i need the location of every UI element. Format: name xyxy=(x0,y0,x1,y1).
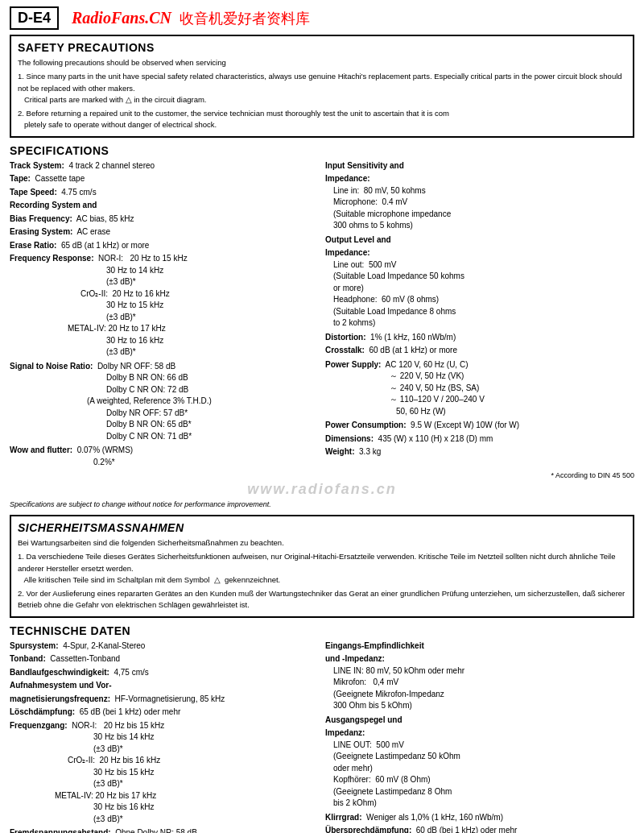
tech-speed: Bandlaufgeschwindigkeit: 4,75 cm/s xyxy=(10,667,316,679)
safety-item-2-en: 2. Before returning a repaired unit to t… xyxy=(18,108,626,131)
safety-item-1-en: 1. Since many parts in the unit have spe… xyxy=(18,71,626,106)
spec-speed: Tape Speed: 4.75 cm/s xyxy=(10,187,316,199)
spec-input-label: Input Sensitivity and xyxy=(325,160,634,172)
tech-frequenz: Frequenzgang: NOR-I: 20 Hz bis 15 kHz 30… xyxy=(10,720,316,826)
tech-klirr: Klirrgrad: Weniger als 1,0% (1 kHz, 160 … xyxy=(325,812,634,824)
page-header: D-E4 RadioFans.CN 收音机爱好者资料库 xyxy=(10,6,634,30)
watermark: www.radiofans.cn xyxy=(10,481,634,498)
technische-columns: Spursystem: 4-Spur, 2-Kanal-Stereo Tonba… xyxy=(10,640,634,834)
specs-footnote: * According to DIN 45 500 xyxy=(10,471,634,479)
safety-intro-de: Bei Wartungsarbeiten sind die folgenden … xyxy=(18,537,626,549)
tech-tonband: Tonband: Cassetten-Tonband xyxy=(10,653,316,665)
tech-spur: Spursystem: 4-Spur, 2-Kanal-Stereo xyxy=(10,640,316,653)
tech-ueberspr: Übersprechdämpfung: 60 dB (bei 1 kHz) od… xyxy=(325,825,634,833)
spec-dimensions: Dimensions: 435 (W) x 110 (H) x 218 (D) … xyxy=(325,433,634,446)
spec-track: Track System: 4 track 2 channel stereo xyxy=(10,160,316,172)
specs-note: Specifications are subject to change wit… xyxy=(10,500,634,508)
spec-bias: Bias Frequency: AC bias, 85 kHz xyxy=(10,213,316,226)
safety-intro-en: The following precautions should be obse… xyxy=(18,57,626,68)
tech-eingangs-impedanz: und -Impedanz: LINE IN: 80 mV, 50 kOhm o… xyxy=(325,653,634,712)
tech-loeschdaempf: Löschdämpfung: 65 dB (bei 1 kHz) oder me… xyxy=(10,707,316,719)
tech-ausgangs-label: Ausgangspegel und xyxy=(325,715,634,727)
spec-output-label: Output Level and xyxy=(325,234,634,247)
spec-distortion: Distortion: 1% (1 kHz, 160 nWb/m) xyxy=(325,332,634,344)
spec-wow-flutter: Wow and flutter: 0.07% (WRMS) 0.2%* xyxy=(10,445,316,468)
spec-input-impedance: Impedance: Line in: 80 mV, 50 kohms Micr… xyxy=(325,173,634,232)
technische-right-col: Eingangs-Empfindlichkeit und -Impedanz: … xyxy=(322,640,634,834)
technische-left-col: Spursystem: 4-Spur, 2-Kanal-Stereo Tonba… xyxy=(10,640,322,834)
spec-erasing: Erasing System: AC erase xyxy=(10,226,316,238)
tech-aufnahme-label: Aufnahmesystem und Vor- xyxy=(10,680,316,692)
specs-right-col: Input Sensitivity and Impedance: Line in… xyxy=(322,160,634,470)
spec-snr: Signal to Noise Ratio: Dolby NR OFF: 58 … xyxy=(10,361,316,443)
specs-columns: Track System: 4 track 2 channel stereo T… xyxy=(10,160,634,470)
safety-content-de: Bei Wartungsarbeiten sind die folgenden … xyxy=(18,537,626,611)
safety-title-de: SICHERHEITSMASSNAHMEN xyxy=(18,521,626,534)
spec-weight: Weight: 3.3 kg xyxy=(325,446,634,458)
spec-erase-ratio: Erase Ratio: 65 dB (at 1 kHz) or more xyxy=(10,240,316,252)
safety-precautions-en: SAFETY PRECAUTIONS The following precaut… xyxy=(10,35,634,138)
safety-item-2-de: 2. Vor der Auslieferung eines repararten… xyxy=(18,588,626,611)
safety-precautions-de: SICHERHEITSMASSNAHMEN Bei Wartungsarbeit… xyxy=(10,515,634,618)
tech-ausgangs-impedanz: Impedanz: LINE OUT: 500 mV (Geeignete La… xyxy=(325,727,634,810)
specs-left-col: Track System: 4 track 2 channel stereo T… xyxy=(10,160,322,470)
spec-tape: Tape: Cassette tape xyxy=(10,173,316,185)
specifications-section: SPECIFICATIONS Track System: 4 track 2 c… xyxy=(10,144,634,509)
safety-content-en: The following precautions should be obse… xyxy=(18,57,626,131)
technische-daten-section: TECHNISCHE DATEN Spursystem: 4-Spur, 2-K… xyxy=(10,624,634,834)
chinese-subtitle: 收音机爱好者资料库 xyxy=(180,9,310,28)
safety-item-1-de: 1. Da verschiedene Teile dieses Gerätes … xyxy=(18,551,626,586)
spec-power-consumption: Power Consumption: 9.5 W (Except W) 10W … xyxy=(325,420,634,432)
tech-eingangs-label: Eingangs-Empfindlichkeit xyxy=(325,640,634,653)
spec-freq-response: Frequency Response: NOR-I: 20 Hz to 15 k… xyxy=(10,253,316,358)
safety-title-en: SAFETY PRECAUTIONS xyxy=(18,41,626,54)
tech-magnetisierung: magnetisierungsfrequenz: HF-Vormagnetisi… xyxy=(10,694,316,706)
spec-output-impedance: Impedance: Line out: 500 mV (Suitable Lo… xyxy=(325,247,634,329)
spec-power-supply: Power Supply: AC 120 V, 60 Hz (U, C) ～ 2… xyxy=(325,359,634,418)
spec-recording-label: Recording System and xyxy=(10,200,316,212)
model-number: D-E4 xyxy=(10,6,59,30)
spec-crosstalk: Crosstalk: 60 dB (at 1 kHz) or more xyxy=(325,345,634,357)
technische-title: TECHNISCHE DATEN xyxy=(10,624,634,637)
tech-fremd: Fremdspannungsabstand: Ohne Dolby NR: 58… xyxy=(10,827,316,833)
specs-title: SPECIFICATIONS xyxy=(10,144,634,157)
brand-name: RadioFans.CN xyxy=(72,9,171,27)
